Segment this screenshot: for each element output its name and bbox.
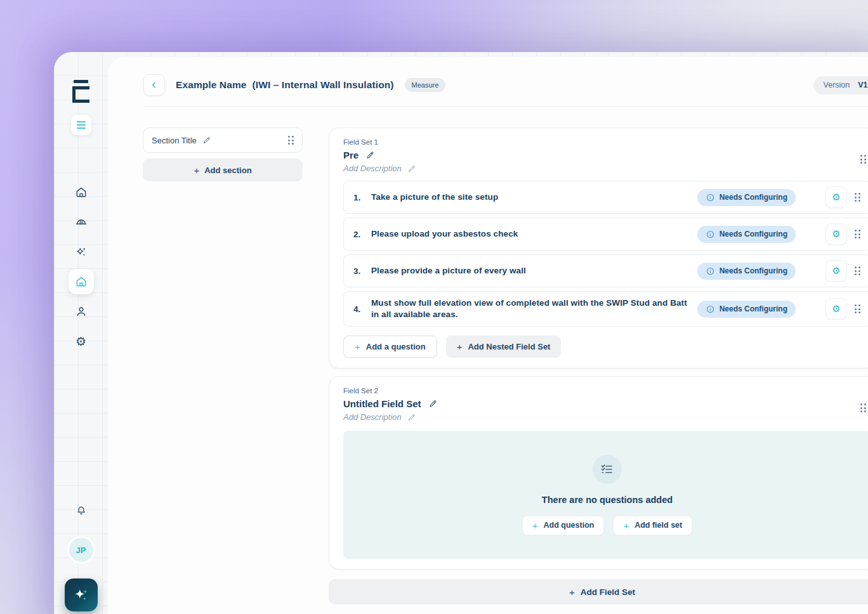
question-number: 4. <box>353 304 367 314</box>
sidebar-item-settings[interactable]: ⚙ <box>69 329 94 354</box>
hamburger-icon <box>77 121 86 122</box>
info-icon <box>706 230 715 239</box>
question-settings-button[interactable]: ⚙ <box>825 186 847 208</box>
edit-pencil-icon[interactable] <box>202 136 211 145</box>
sidebar-item-ai[interactable] <box>69 239 94 265</box>
add-nested-field-set-button[interactable]: + Add Nested Field Set <box>446 336 562 358</box>
sidebar-item-home[interactable] <box>69 180 94 205</box>
main-panel: Example Name(IWI – Internal Wall Insulat… <box>108 57 868 614</box>
page-header: Example Name(IWI – Internal Wall Insulat… <box>108 57 868 96</box>
field-set-drag-handle[interactable] <box>860 403 866 412</box>
app-logo <box>72 80 89 103</box>
field-set-card-1: Field Set 1 Pre Add Description <box>329 127 868 369</box>
question-row[interactable]: 1. Take a picture of the site setup <box>343 181 868 214</box>
question-settings-button[interactable]: ⚙ <box>825 223 847 245</box>
gear-icon: ⚙ <box>76 336 86 348</box>
status-badge: Needs Configuring <box>697 189 796 206</box>
plus-icon: + <box>355 342 360 351</box>
question-drag-handle[interactable] <box>855 304 860 313</box>
question-row[interactable]: 3. Please provide a picture of every wal… <box>343 254 868 287</box>
gear-icon: ⚙ <box>832 230 840 239</box>
info-icon <box>706 266 715 276</box>
field-set-label: Field Set 1 <box>343 138 868 146</box>
avatar-initials: JP <box>76 545 86 555</box>
gear-icon: ⚙ <box>832 266 840 276</box>
question-row[interactable]: 4. Must show full elevation view of comp… <box>343 291 868 327</box>
edit-pencil-icon[interactable] <box>407 164 416 173</box>
empty-add-question-button[interactable]: + Add question <box>522 516 605 535</box>
sparkles-icon <box>73 587 89 603</box>
gear-icon: ⚙ <box>832 193 840 202</box>
question-drag-handle[interactable] <box>855 230 860 238</box>
gear-icon: ⚙ <box>832 304 840 314</box>
plus-icon: + <box>532 521 538 530</box>
question-drag-handle[interactable] <box>855 193 860 202</box>
question-text: Must show full elevation view of complet… <box>371 297 688 320</box>
version-label: Version <box>824 81 850 89</box>
drag-handle[interactable] <box>288 136 294 145</box>
field-set-title: Untitled Field Set <box>343 398 421 409</box>
content-area: Section Title + Add section <box>108 107 868 604</box>
question-list: 1. Take a picture of the site setup <box>343 181 868 327</box>
question-drag-handle[interactable] <box>855 266 860 275</box>
sidebar-item-projects[interactable] <box>69 209 94 235</box>
field-set-drag-handle[interactable] <box>860 155 866 164</box>
edit-pencil-icon[interactable] <box>407 413 416 422</box>
empty-questions-area: There are no questions added + Add quest… <box>343 431 868 559</box>
version-pill[interactable]: Version V1.0 <box>813 76 868 95</box>
sections-panel: Section Title + Add section <box>143 127 303 181</box>
sparkles-icon <box>75 245 88 258</box>
plus-icon: + <box>194 166 199 175</box>
question-text: Take a picture of the site setup <box>371 192 498 203</box>
question-settings-button[interactable]: ⚙ <box>825 298 847 320</box>
avatar[interactable]: JP <box>69 538 93 562</box>
question-text: Please provide a picture of every wall <box>371 265 526 277</box>
add-field-set-button[interactable]: + Add Field Set <box>329 579 868 604</box>
home-icon <box>75 275 88 288</box>
plus-icon: + <box>457 342 463 351</box>
status-badge: Needs Configuring <box>697 263 796 280</box>
sidebar-item-users[interactable] <box>69 299 94 324</box>
add-question-button[interactable]: + Add a question <box>343 336 437 358</box>
add-description-field[interactable]: Add Description <box>343 412 868 422</box>
question-settings-button[interactable]: ⚙ <box>825 260 847 282</box>
page-title: Example Name(IWI – Internal Wall Insulat… <box>176 79 394 91</box>
sidebar: ⚙ JP <box>54 52 108 614</box>
question-number: 1. <box>353 193 367 202</box>
chevron-left-icon <box>149 80 159 90</box>
field-set-card-2: Field Set 2 Untitled Field Set Add Descr… <box>329 376 868 570</box>
hard-hat-icon <box>75 216 88 228</box>
info-icon <box>706 193 715 202</box>
app-window: ⚙ JP <box>54 52 868 614</box>
notifications-button[interactable] <box>76 505 87 516</box>
plus-icon: + <box>569 587 575 597</box>
field-sets-column: Field Set 1 Pre Add Description <box>329 127 868 604</box>
status-badge: Needs Configuring <box>697 226 796 243</box>
back-button[interactable] <box>143 74 165 96</box>
empty-add-field-set-button[interactable]: + Add field set <box>613 516 692 535</box>
info-icon <box>706 304 715 314</box>
logo-mark <box>72 86 89 103</box>
status-badge: Needs Configuring <box>697 301 796 318</box>
checklist-icon <box>593 455 622 484</box>
edit-pencil-icon[interactable] <box>428 399 438 408</box>
menu-toggle-button[interactable] <box>71 115 91 135</box>
home-icon <box>75 186 88 199</box>
logo-dash <box>74 80 88 83</box>
user-icon <box>75 305 88 318</box>
sidebar-item-forms-active[interactable] <box>69 269 94 294</box>
bell-icon <box>76 505 87 516</box>
measure-badge: Measure <box>405 78 446 92</box>
ai-assistant-button[interactable] <box>65 578 98 611</box>
empty-state-message: There are no questions added <box>542 495 673 505</box>
add-section-button[interactable]: + Add section <box>143 159 303 181</box>
version-value: V1.0 <box>858 81 868 89</box>
question-number: 3. <box>353 266 367 276</box>
question-text: Please upload your asbestos check <box>371 228 518 240</box>
question-number: 2. <box>353 230 367 239</box>
edit-pencil-icon[interactable] <box>365 150 375 160</box>
question-row[interactable]: 2. Please upload your asbestos check <box>343 218 868 251</box>
field-set-label: Field Set 2 <box>343 387 868 395</box>
add-description-field[interactable]: Add Description <box>343 164 868 173</box>
section-card[interactable]: Section Title <box>143 127 303 153</box>
